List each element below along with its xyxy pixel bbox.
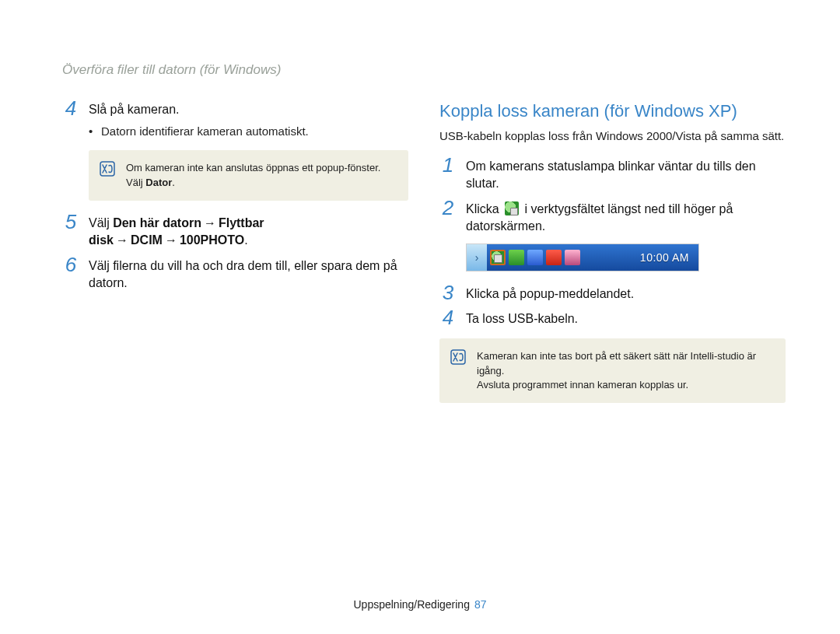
tray-icon <box>546 250 562 265</box>
tray-icon <box>565 250 580 265</box>
step-body: Välj filerna du vill ha och dra dem till… <box>89 257 408 292</box>
section-subtitle: USB-kabeln kopplas loss från Windows 200… <box>439 128 786 144</box>
step-bullet: Datorn identifierar kameran automatiskt. <box>89 123 408 139</box>
step: 5 Välj Den här datorn→Flyttbar disk→DCIM… <box>62 215 408 250</box>
page-number: 87 <box>470 598 487 611</box>
note-text: Om kameran inte kan anslutas öppnas ett … <box>126 161 396 189</box>
step-body: Klicka på popup-meddelandet. <box>466 285 786 303</box>
step-body: Klicka i verktygsfältet längst ned till … <box>466 201 786 236</box>
taskbar-expand: › <box>467 244 487 271</box>
page-footer: Uppspelning/Redigering87 <box>0 598 840 611</box>
taskbar-figure: › 10:00 AM <box>466 243 699 271</box>
left-column: 4 Slå på kameran. Datorn identifierar ka… <box>62 101 408 417</box>
step-number: 3 <box>439 282 457 303</box>
step: 6 Välj filerna du vill ha och dra dem ti… <box>62 257 408 292</box>
step-body: Välj Den här datorn→Flyttbar disk→DCIM→1… <box>89 215 408 250</box>
safely-remove-hardware-icon <box>490 250 506 265</box>
step-number: 5 <box>62 212 79 232</box>
step-number: 2 <box>439 198 457 218</box>
columns: 4 Slå på kameran. Datorn identifierar ka… <box>62 101 786 417</box>
footer-section: Uppspelning/Redigering <box>353 598 469 611</box>
note-text: Kameran kan inte tas bort på ett säkert … <box>477 349 773 392</box>
note-icon <box>450 349 466 365</box>
system-tray: 10:00 AM <box>487 244 698 271</box>
step-number: 4 <box>62 98 79 118</box>
step-number: 1 <box>439 155 457 175</box>
step-body: Ta loss USB-kabeln. <box>466 310 786 328</box>
page-header: Överföra filer till datorn (för Windows) <box>62 62 786 78</box>
section-title: Koppla loss kameran (för Windows XP) <box>439 101 786 121</box>
step: 2 Klicka i verktygsfältet längst ned til… <box>439 201 786 236</box>
tray-icon <box>509 250 524 265</box>
step-body: Slå på kameran. Datorn identifierar kame… <box>89 101 408 139</box>
step-number: 4 <box>439 307 457 328</box>
right-column: Koppla loss kameran (för Windows XP) USB… <box>439 101 786 417</box>
step: 3 Klicka på popup-meddelandet. <box>439 285 786 303</box>
step-body: Om kamerans statuslampa blinkar väntar d… <box>466 158 786 193</box>
note-icon <box>100 161 115 177</box>
tray-icon <box>527 250 543 265</box>
chevron-right-icon: › <box>475 252 479 263</box>
note-box: Kameran kan inte tas bort på ett säkert … <box>439 338 786 403</box>
manual-page: Överföra filer till datorn (för Windows)… <box>0 0 840 634</box>
step-text: Slå på kameran. <box>89 103 180 116</box>
step: 1 Om kamerans statuslampa blinkar väntar… <box>439 158 786 193</box>
safely-remove-hardware-icon <box>505 201 519 215</box>
step: 4 Slå på kameran. Datorn identifierar ka… <box>62 101 408 139</box>
note-box: Om kameran inte kan anslutas öppnas ett … <box>89 150 408 200</box>
taskbar-clock: 10:00 AM <box>640 251 695 264</box>
step: 4 Ta loss USB-kabeln. <box>439 310 786 328</box>
step-number: 6 <box>62 254 79 275</box>
